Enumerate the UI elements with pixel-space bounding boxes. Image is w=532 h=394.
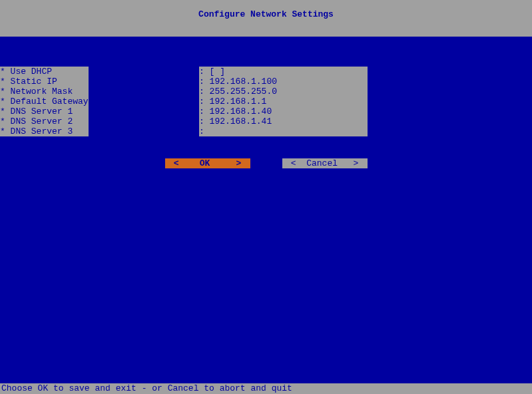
label-dns-server-1[interactable]: * DNS Server 1 — [0, 106, 89, 116]
label-static-ip[interactable]: * Static IP — [0, 77, 89, 87]
value-default-gateway[interactable]: : 192.168.1.1 — [199, 97, 368, 106]
value-dns-server-2[interactable]: : 192.168.1.41 — [199, 116, 368, 126]
ok-button[interactable]: < OK > — [165, 158, 250, 168]
page-title: Configure Network Settings — [198, 9, 334, 19]
label-default-gateway[interactable]: * Default Gateway — [0, 97, 89, 106]
button-row: < OK > < Cancel > — [0, 158, 532, 168]
value-use-dhcp[interactable]: : [ ] — [199, 67, 368, 77]
status-bar: Choose OK to save and exit - or Cancel t… — [0, 383, 532, 394]
label-use-dhcp[interactable]: * Use DHCP — [0, 67, 89, 77]
title-bar: Configure Network Settings — [0, 0, 532, 37]
cancel-button[interactable]: < Cancel > — [282, 158, 368, 168]
field-values-box: : [ ] : 192.168.1.100 : 255.255.255.0 : … — [199, 67, 368, 136]
value-dns-server-1[interactable]: : 192.168.1.40 — [199, 106, 368, 116]
label-dns-server-2[interactable]: * DNS Server 2 — [0, 116, 89, 126]
value-dns-server-3[interactable]: : — [199, 126, 368, 136]
label-dns-server-3[interactable]: * DNS Server 3 — [0, 126, 89, 136]
value-network-mask[interactable]: : 255.255.255.0 — [199, 87, 368, 97]
field-labels-box: * Use DHCP * Static IP * Network Mask * … — [0, 67, 89, 136]
label-network-mask[interactable]: * Network Mask — [0, 87, 89, 97]
value-static-ip[interactable]: : 192.168.1.100 — [199, 77, 368, 87]
